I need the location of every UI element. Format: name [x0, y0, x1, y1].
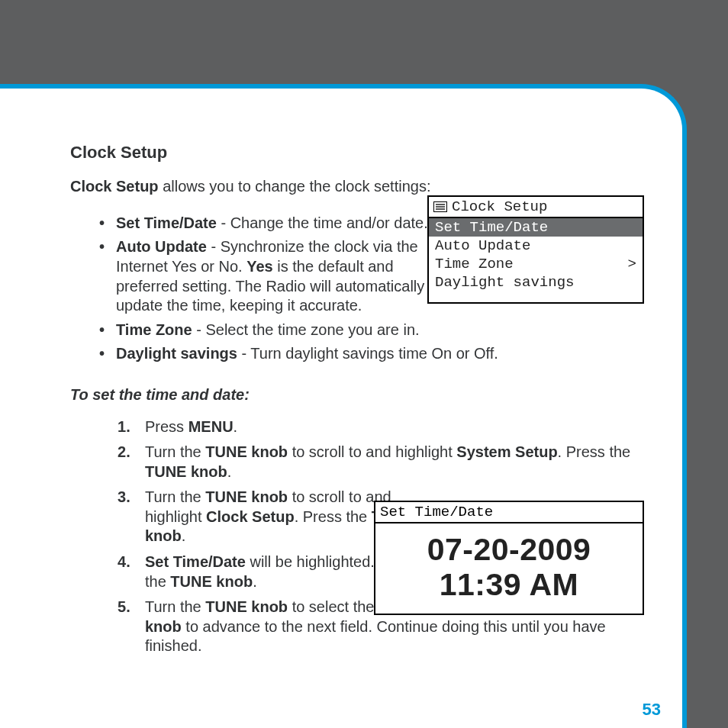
menu-item-time-zone: Time Zone > [429, 255, 643, 273]
intro-rest: allows you to change the clock settings: [159, 178, 431, 195]
bullet-yes: Yes [246, 258, 272, 275]
step-strong: MENU [188, 418, 234, 435]
timebox-date: 07-20-2009 [378, 533, 639, 568]
bullet-text: - Select the time zone you are in. [192, 321, 420, 338]
timebox-time: 11:39 AM [378, 568, 639, 603]
step-text: Turn the [145, 443, 205, 460]
page-number: 53 [643, 700, 661, 720]
page-frame: Clock Setup Clock Setup allows you to ch… [0, 84, 687, 728]
menu-item-label: Daylight savings [435, 274, 574, 291]
menu-title: Clock Setup [452, 198, 547, 215]
bullet-set-time-date: Set Time/Date - Change the time and/or d… [116, 214, 429, 234]
menu-item-set-time-date: Set Time/Date [429, 218, 643, 237]
step-strong: TUNE knob [145, 463, 227, 480]
menu-item-auto-update: Auto Update [429, 237, 643, 255]
menu-item-daylight-savings: Daylight savings [429, 273, 643, 292]
step-strong: TUNE knob [205, 598, 288, 615]
step-text: . Press the [295, 508, 372, 525]
clock-setup-menu-illustration: Clock Setup Set Time/Date Auto Update Ti… [427, 195, 644, 304]
step-strong: Clock Setup [206, 508, 295, 525]
subheading: To set the time and date: [70, 385, 638, 405]
menu-item-label: Auto Update [435, 237, 530, 254]
bullet-strong: Daylight savings [116, 345, 237, 362]
bullet-daylight-savings: Daylight savings - Turn daylight savings… [116, 344, 638, 364]
step-text: . [182, 527, 186, 544]
step-strong: TUNE knob [205, 443, 288, 460]
bullet-strong: Auto Update [116, 238, 207, 255]
set-time-date-illustration: Set Time/Date 07-20-2009 11:39 AM [374, 501, 644, 615]
step-text: Press [145, 418, 188, 435]
menu-item-label: Set Time/Date [435, 219, 548, 236]
step-text: Turn the [145, 488, 205, 505]
bullet-strong: Time Zone [116, 321, 192, 338]
step-text: Turn the [145, 598, 205, 615]
timebox-body: 07-20-2009 11:39 AM [375, 523, 643, 614]
step-text: . [234, 418, 238, 435]
menu-title-row: Clock Setup [429, 197, 643, 218]
bullet-text: - Change the time and/or date. [217, 214, 428, 231]
step-1: Press MENU. [130, 417, 638, 437]
step-text: . Press the [558, 443, 631, 460]
section-title: Clock Setup [70, 142, 638, 163]
step-strong: System Setup [456, 443, 557, 460]
bullet-auto-update: Auto Update - Synchronize the clock via … [116, 237, 429, 315]
bullet-strong: Set Time/Date [116, 214, 217, 231]
timebox-title: Set Time/Date [375, 502, 643, 523]
list-icon [433, 201, 447, 212]
intro-paragraph: Clock Setup allows you to change the clo… [70, 177, 638, 197]
menu-spacer [429, 292, 643, 302]
step-text: . [227, 463, 232, 480]
intro-strong: Clock Setup [70, 178, 159, 195]
step-text: to scroll to and highlight [288, 443, 456, 460]
step-2: Turn the TUNE knob to scroll to and high… [130, 443, 638, 482]
bullet-time-zone: Time Zone - Select the time zone you are… [116, 321, 638, 340]
step-strong: TUNE knob [205, 488, 288, 505]
step-text: to advance to the next field. Continue d… [145, 618, 606, 655]
bullet-text: - Turn daylight savings time On or Off. [237, 345, 498, 362]
step-strong: Set Time/Date [145, 553, 246, 570]
step-strong: TUNE knob [170, 573, 253, 590]
chevron-right-icon: > [628, 256, 636, 272]
step-text: . [253, 573, 257, 590]
menu-item-label: Time Zone [435, 256, 514, 272]
